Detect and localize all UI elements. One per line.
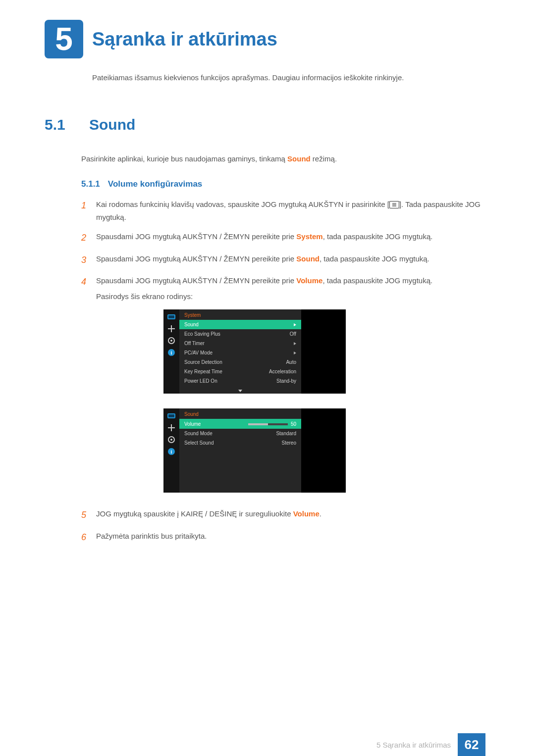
subsection-title: Volume konfigūravimas xyxy=(108,179,203,189)
osd-row-label: PC/AV Mode xyxy=(184,350,213,355)
info-icon: i xyxy=(166,348,177,357)
osd-row-label: Volume xyxy=(184,421,201,427)
step-2: 2 Spausdami JOG mygtuką AUKŠTYN / ŽEMYN … xyxy=(81,230,485,246)
osd-row-value: Standard xyxy=(276,431,296,436)
osd-row-value: Stereo xyxy=(282,440,296,446)
section-description: Pasirinkite aplinkai, kurioje bus naudoj… xyxy=(81,153,485,164)
osd-row-label: Sound Mode xyxy=(184,431,213,436)
osd-row-label: Eco Saving Plus xyxy=(184,331,220,337)
osd-row-value: Acceleration xyxy=(269,369,296,374)
osd-row-label: Key Repeat Time xyxy=(184,369,222,374)
osd-row-label: Source Detection xyxy=(184,359,222,365)
osd1-header: System xyxy=(179,309,301,320)
osd-row-value: Stand-by xyxy=(276,378,296,384)
osd-row: PC/AV Mode xyxy=(179,348,301,357)
footer-page-number: 62 xyxy=(458,733,485,756)
step-3: 3 Spausdami JOG mygtuką AUKŠTYN / ŽEMYN … xyxy=(81,252,485,268)
step-6: 6 Pažymėta parinktis bus pritaikyta. xyxy=(81,530,485,545)
osd-row-value xyxy=(294,341,296,346)
chevron-right-icon xyxy=(294,352,296,354)
step-1: 1 Kai rodomas funkcinių klavišų vadovas,… xyxy=(81,198,485,223)
osd-row-label: Select Sound xyxy=(184,440,214,446)
osd-row: Sound ModeStandard xyxy=(179,429,301,438)
chevron-right-icon xyxy=(294,323,296,326)
info-icon: i xyxy=(166,447,177,456)
osd-row-value: Off xyxy=(290,331,296,337)
move-icon xyxy=(166,324,177,333)
osd-row-value xyxy=(294,350,296,355)
gear-icon xyxy=(166,435,177,444)
osd-row: Eco Saving PlusOff xyxy=(179,329,301,339)
menu-icon: 𝌆 xyxy=(389,201,399,208)
osd-row-value: Auto xyxy=(286,359,296,365)
osd-row: Sound xyxy=(179,320,301,329)
chevron-down-icon xyxy=(238,390,242,392)
gear-icon xyxy=(166,336,177,345)
osd-row: Off Timer xyxy=(179,339,301,348)
subsection-number: 5.1.1 xyxy=(81,179,100,189)
chapter-title: Sąranka ir atkūrimas xyxy=(92,29,277,50)
monitor-icon xyxy=(166,312,177,321)
chapter-number-box: 5 xyxy=(45,20,83,58)
osd-row-label: Power LED On xyxy=(184,378,217,384)
step-5: 5 JOG mygtuką spauskite į KAIRĘ / DEŠINĘ… xyxy=(81,507,485,523)
osd2-header: Sound xyxy=(179,408,301,419)
osd-row-label: Off Timer xyxy=(184,341,205,346)
section-title: Sound xyxy=(89,116,135,133)
osd-screenshot-system: i System SoundEco Saving PlusOffOff Time… xyxy=(163,309,346,394)
osd-row: Key Repeat TimeAcceleration xyxy=(179,367,301,376)
monitor-icon xyxy=(166,411,177,420)
footer-chapter-label: 5 Sąranka ir atkūrimas xyxy=(376,741,451,749)
osd-row: Source DetectionAuto xyxy=(179,357,301,367)
chapter-description: Pateikiamas išsamus kiekvienos funkcijos… xyxy=(92,73,485,82)
osd-row: Power LED OnStand-by xyxy=(179,376,301,386)
section-number: 5.1 xyxy=(45,116,79,133)
osd-row-value: 50 xyxy=(248,421,296,427)
osd-row: Volume50 xyxy=(179,419,301,429)
osd-row-label: Sound xyxy=(184,322,199,327)
move-icon xyxy=(166,423,177,432)
osd-screenshot-sound: i Sound Volume50Sound ModeStandardSelect… xyxy=(163,408,346,493)
step-4: 4 Spausdami JOG mygtuką AUKŠTYN / ŽEMYN … xyxy=(81,274,485,302)
osd-row: Select SoundStereo xyxy=(179,438,301,448)
chevron-right-icon xyxy=(294,342,296,345)
osd-row-value xyxy=(294,322,296,327)
